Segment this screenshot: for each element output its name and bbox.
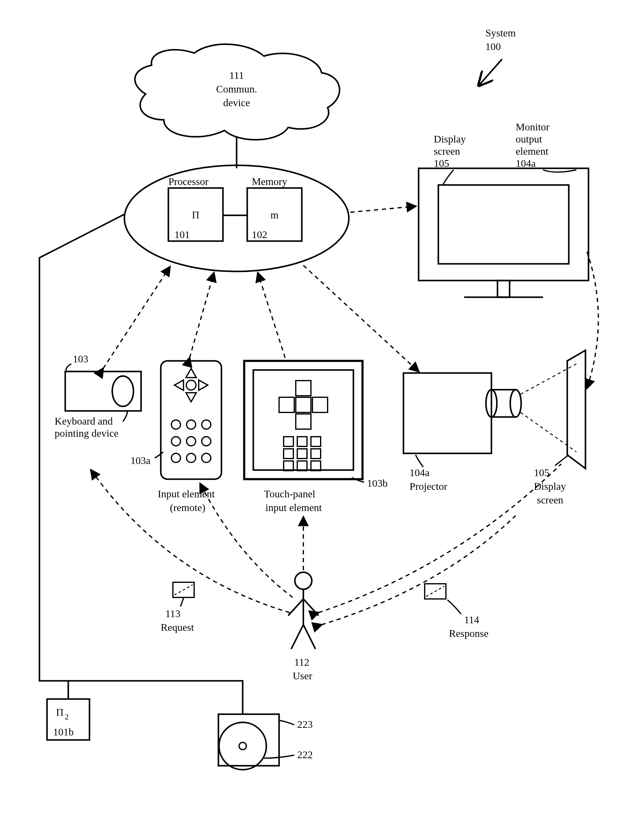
response-name: Response <box>449 628 488 639</box>
monitor-ref: 104a <box>516 158 536 169</box>
touchpanel-name: Touch-panel <box>264 488 315 499</box>
svg-point-49 <box>239 743 246 750</box>
monitor-leader <box>543 170 576 172</box>
svg-point-15 <box>186 453 195 462</box>
svg-rect-28 <box>297 449 307 459</box>
processor-name: Processor <box>168 176 209 187</box>
monitor-name3: element <box>516 145 549 157</box>
memory-name: Memory <box>252 176 287 187</box>
disc-large-ref: 223 <box>297 719 313 730</box>
svg-point-9 <box>186 420 195 429</box>
svg-rect-27 <box>284 449 293 459</box>
svg-rect-23 <box>313 397 328 412</box>
processor-symbol: Π <box>192 209 200 220</box>
svg-rect-24 <box>284 437 293 446</box>
svg-line-36 <box>103 267 170 368</box>
display-screen-leader <box>443 170 453 185</box>
proj-screen-ref: 105 <box>534 467 549 478</box>
cpu-ellipse <box>124 165 349 272</box>
proc2-ref: 101b <box>53 726 74 738</box>
svg-line-45 <box>303 625 316 649</box>
remote-leader <box>155 452 163 458</box>
svg-point-35 <box>510 390 521 417</box>
user-icon <box>288 572 319 649</box>
projector-name: Projector <box>410 481 447 492</box>
svg-rect-19 <box>296 381 311 396</box>
svg-rect-30 <box>284 461 293 471</box>
svg-rect-33 <box>403 373 491 453</box>
keyboard-name2: pointing device <box>55 428 119 439</box>
svg-rect-32 <box>311 461 320 471</box>
request-ref: 113 <box>165 608 180 619</box>
svg-rect-25 <box>297 437 307 446</box>
cpu-to-monitor-arrow <box>350 206 416 212</box>
svg-rect-31 <box>297 461 307 471</box>
projector-ref: 104a <box>410 467 430 478</box>
svg-line-38 <box>258 273 285 358</box>
svg-rect-22 <box>279 397 294 412</box>
svg-point-10 <box>202 420 211 429</box>
projection-screen-icon <box>567 350 585 468</box>
svg-rect-4 <box>65 371 141 411</box>
request-name: Request <box>161 622 194 633</box>
remote-name: Input element <box>158 488 215 499</box>
svg-point-5 <box>112 376 133 406</box>
svg-rect-2 <box>497 281 510 297</box>
memory-ref: 102 <box>252 229 267 240</box>
keyboard-leader <box>66 364 71 371</box>
svg-point-40 <box>295 572 312 589</box>
svg-point-12 <box>186 437 195 446</box>
cloud-name: Commun. <box>216 83 257 95</box>
processor-ref: 101 <box>174 229 190 240</box>
projector-leader <box>416 455 423 467</box>
remote-icon <box>161 361 222 479</box>
disc-small-ref: 222 <box>297 749 313 760</box>
proj-screen-leader <box>555 455 569 465</box>
proj-screen-name: Display <box>534 481 566 492</box>
user-name: User <box>293 670 313 682</box>
display-screen-ref: 105 <box>434 158 449 169</box>
system-pointer-arrow <box>479 59 502 85</box>
svg-line-43 <box>303 599 319 616</box>
system-name: System <box>485 27 516 39</box>
cloud-ref: 111 <box>229 70 244 81</box>
touchpanel-name2: input element <box>266 502 322 513</box>
remote-ref: 103a <box>130 455 150 466</box>
memory-symbol: m <box>270 209 278 220</box>
keyboard-name: Keyboard and <box>55 415 113 427</box>
request-leader <box>180 598 183 607</box>
keyboard-ref: 103 <box>73 353 88 365</box>
pointing-leader <box>123 411 127 421</box>
svg-point-11 <box>171 437 180 446</box>
cloud-name2: device <box>223 97 250 108</box>
svg-point-13 <box>202 437 211 446</box>
remote-name2: (remote) <box>170 502 205 513</box>
keyboard-icon <box>65 371 141 411</box>
svg-point-48 <box>219 722 266 770</box>
svg-line-39 <box>303 265 419 371</box>
svg-point-14 <box>171 453 180 462</box>
svg-point-8 <box>171 420 180 429</box>
proj-screen-name2: screen <box>537 494 563 506</box>
system-ref: 100 <box>485 41 501 52</box>
response-ref: 114 <box>464 614 479 625</box>
monitor-name2: output <box>516 133 542 145</box>
svg-rect-29 <box>311 449 320 459</box>
system-diagram: System 100 111 Commun. device Processor … <box>0 0 644 827</box>
monitor-icon <box>419 168 588 297</box>
cpu-device-arrows <box>103 265 419 371</box>
svg-line-44 <box>291 625 303 649</box>
response-leader <box>447 600 461 614</box>
svg-rect-21 <box>296 414 311 429</box>
svg-rect-26 <box>311 437 320 446</box>
proc2-symbol: Π2 <box>56 707 69 721</box>
display-screen-name2: screen <box>434 145 460 157</box>
svg-point-16 <box>202 453 211 462</box>
svg-line-42 <box>288 599 303 616</box>
svg-rect-18 <box>253 370 353 470</box>
display-screen-name: Display <box>434 133 466 145</box>
projector-icon <box>403 364 576 453</box>
touch-panel-icon <box>244 361 363 479</box>
svg-point-7 <box>186 380 196 390</box>
disc-drive-icon <box>219 714 279 770</box>
